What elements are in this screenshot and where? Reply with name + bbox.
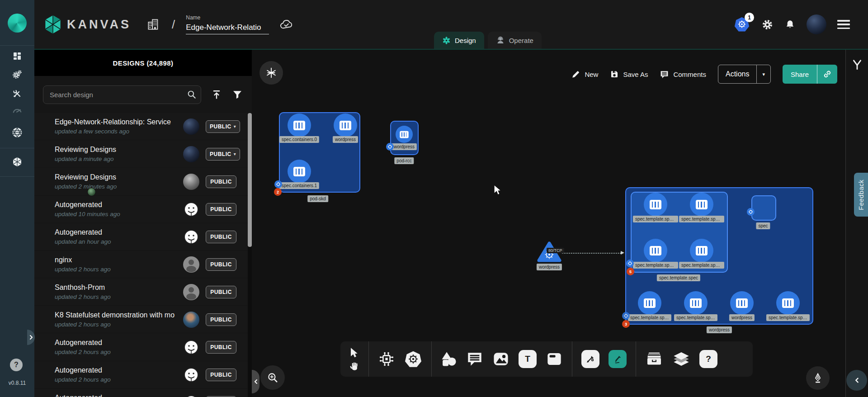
organization-icon[interactable] [146, 18, 160, 31]
list-item[interactable]: Autogeneratedupdated 2 hours agoPUBLIC [34, 334, 248, 360]
kubernetes-components-tool[interactable] [404, 350, 422, 368]
visibility-badge[interactable]: PUBLIC [206, 313, 236, 326]
tab-design[interactable]: Design [434, 32, 484, 49]
edge-arrowhead [621, 251, 624, 255]
note-tool[interactable] [546, 350, 563, 368]
helm-badge-icon[interactable] [626, 260, 634, 267]
list-item[interactable]: Autogeneratedupdated an hour agoPUBLIC [34, 223, 248, 250]
freehand-draw-tool-active[interactable] [609, 350, 627, 368]
canvas-menu-button[interactable] [259, 61, 283, 85]
components-tool[interactable] [378, 350, 395, 368]
visibility-badge[interactable]: PUBLIC [206, 175, 236, 188]
settings-button[interactable] [761, 19, 774, 31]
meshery-logo[interactable] [8, 14, 27, 33]
design-name-input[interactable] [186, 22, 269, 34]
design-mode-indicator[interactable] [806, 366, 830, 390]
node-bottom-container-0[interactable] [638, 291, 661, 315]
visibility-badge[interactable]: PUBLIC [206, 286, 236, 298]
comment-tool[interactable] [466, 350, 483, 368]
sidebar-item-kanvas[interactable] [8, 154, 26, 170]
save-as-button[interactable]: Save As [610, 70, 648, 79]
sidebar-item-dashboard[interactable] [8, 48, 26, 64]
layers-tool[interactable] [672, 350, 690, 368]
node-label: spec.template.spec.s... [679, 262, 724, 269]
actions-caret-icon[interactable]: ▾ [757, 65, 770, 83]
visibility-badge[interactable]: PUBLIC [206, 341, 236, 354]
shapes-tool[interactable] [441, 351, 457, 367]
node-template-container-1[interactable] [690, 193, 713, 216]
list-item[interactable]: Santhosh-Promupdated 2 hours agoPUBLIC [34, 279, 248, 305]
list-item[interactable]: nginxupdated 2 hours agoPUBLIC [34, 251, 248, 278]
node-template-container-2[interactable] [644, 239, 667, 262]
pen-path-tool[interactable] [581, 350, 599, 368]
gauge-icon [11, 105, 23, 117]
sidebar-item-configuration[interactable] [8, 86, 26, 101]
sidebar-item-performance[interactable] [8, 103, 26, 118]
rail-expand-button[interactable] [27, 330, 35, 345]
filter-button[interactable] [232, 89, 243, 100]
node-bottom-container-1[interactable] [684, 291, 708, 315]
new-design-button[interactable]: New [571, 70, 598, 79]
error-count-badge[interactable]: 2 [274, 188, 282, 196]
comments-label: Comments [673, 71, 706, 78]
avatar [183, 174, 199, 190]
select-tool[interactable] [349, 347, 359, 358]
dock-collapse-button[interactable] [846, 370, 867, 391]
copy-link-button[interactable] [817, 65, 837, 84]
helm-badge-icon[interactable] [274, 180, 282, 188]
zoom-button[interactable] [260, 365, 285, 390]
list-item[interactable]: Reviewing Designsupdated a minute agoPUB… [34, 141, 248, 167]
import-design-button[interactable] [211, 89, 222, 100]
visibility-badge[interactable]: PUBLIC [206, 369, 236, 381]
sidebar-item-meshery[interactable] [8, 125, 26, 140]
help-tool[interactable]: ? [699, 350, 717, 368]
list-item[interactable]: Autogeneratedupdated 2 hours agoPUBLIC [34, 389, 248, 397]
node-bottom-container-3[interactable] [776, 291, 800, 315]
share-button[interactable]: Share [783, 65, 837, 84]
visibility-badge[interactable]: PUBLIC [206, 258, 236, 271]
node-spec[interactable] [751, 195, 776, 221]
notifications-button[interactable] [784, 19, 796, 31]
panel-scrollbar-thumb[interactable] [248, 113, 252, 247]
helm-badge-icon[interactable] [747, 208, 755, 216]
visibility-badge[interactable]: PUBLIC [206, 231, 236, 243]
node-container-0[interactable] [288, 113, 311, 137]
image-tool[interactable] [492, 350, 509, 368]
design-canvas[interactable]: New Save As Comments Actions ▾ Share [252, 50, 845, 397]
hierarchy-view-button[interactable] [849, 57, 865, 72]
list-item[interactable]: Reviewing Designsupdated 2 minutes agoPU… [34, 168, 248, 195]
menu-button[interactable] [837, 20, 850, 29]
error-count-badge[interactable]: 3 [622, 320, 630, 328]
actions-button[interactable]: Actions ▾ [718, 65, 771, 84]
sidebar-item-lifecycle[interactable] [8, 67, 26, 82]
user-avatar[interactable] [807, 14, 826, 34]
node-bottom-container-2[interactable] [730, 291, 754, 315]
node-template-container-3[interactable] [690, 239, 713, 262]
visibility-badge[interactable]: PUBLIC [206, 203, 236, 216]
list-item[interactable]: K8 Statefulset demonstration with moupda… [34, 306, 248, 333]
helm-badge-icon[interactable] [386, 143, 394, 151]
node-container-wordpress[interactable] [334, 113, 357, 137]
help-button[interactable]: ? [10, 359, 23, 371]
list-item[interactable]: Autogeneratedupdated 2 hours agoPUBLIC [34, 361, 248, 388]
feedback-tab[interactable]: Feedback [854, 173, 868, 217]
panel-collapse-button[interactable] [252, 370, 259, 393]
error-count-badge[interactable]: 5 [627, 268, 634, 275]
pan-tool[interactable] [349, 361, 359, 371]
visibility-badge[interactable]: PUBLIC▾ [206, 148, 240, 161]
search-input[interactable] [43, 85, 201, 104]
saved-components-drawer[interactable] [645, 350, 663, 368]
tab-operate[interactable]: Operate [488, 32, 542, 49]
helm-badge-icon[interactable] [622, 312, 630, 320]
visibility-badge[interactable]: PUBLIC▾ [206, 120, 240, 133]
search-icon[interactable] [187, 90, 197, 99]
comments-button[interactable]: Comments [660, 70, 706, 79]
list-item[interactable]: Autogeneratedupdated 10 minutes agoPUBLI… [34, 196, 248, 222]
text-tool[interactable]: T [519, 350, 537, 368]
k8s-context-switcher[interactable]: 1 [734, 17, 750, 32]
list-item[interactable]: Edge-Network-Relationship: Serviceupdate… [34, 113, 248, 140]
node-container-1[interactable] [288, 160, 311, 183]
node-container-wordpress-2[interactable] [396, 126, 413, 143]
node-template-container-0[interactable] [644, 193, 667, 216]
edge-service-to-deployment[interactable] [562, 253, 623, 254]
